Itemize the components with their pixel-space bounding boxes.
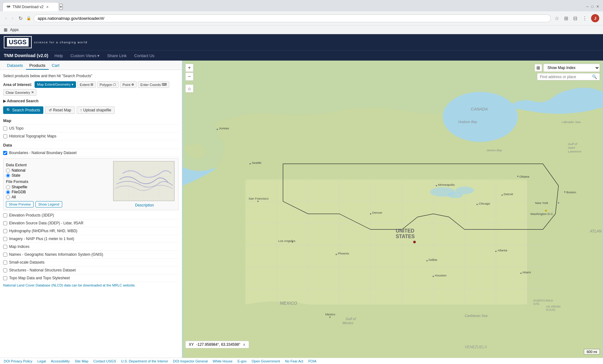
browser-tab-active[interactable]: 🗺 TNM Download v2 × bbox=[3, 2, 59, 11]
more-options-button[interactable]: ⋮ bbox=[581, 14, 589, 23]
description-link[interactable]: Description bbox=[113, 203, 176, 207]
polygon-btn[interactable]: Polygon ⬠ bbox=[97, 81, 119, 88]
nav-contact-us[interactable]: Contact Us bbox=[133, 51, 155, 61]
national-land-text[interactable]: National Land Cover Database (NLCD) data… bbox=[3, 282, 179, 288]
filegdb-radio[interactable] bbox=[6, 190, 10, 194]
xy-collapse-btn[interactable]: ∧ bbox=[243, 342, 246, 347]
hydrography-checkbox[interactable] bbox=[3, 229, 7, 233]
home-btn[interactable]: ⌂ bbox=[185, 84, 193, 93]
map-container[interactable]: CANADA Hudson Bay James Bay Labrador Sea… bbox=[182, 61, 603, 358]
window-maximize[interactable]: □ bbox=[591, 4, 594, 9]
footer-egov[interactable]: E-gov bbox=[237, 359, 247, 363]
svg-text:Juneau: Juneau bbox=[219, 126, 229, 130]
national-radio[interactable] bbox=[6, 169, 10, 173]
gnis-checkbox[interactable] bbox=[3, 253, 7, 257]
hydrography-label[interactable]: Hydrography (NHDPlus HR, NHD, WBD) bbox=[3, 229, 179, 233]
tab-products[interactable]: Products bbox=[26, 62, 48, 70]
nav-share-link[interactable]: Share Link bbox=[106, 51, 128, 61]
topo-map-checkbox[interactable] bbox=[3, 276, 7, 280]
national-radio-label[interactable]: National bbox=[6, 168, 111, 173]
small-scale-checkbox[interactable] bbox=[3, 260, 7, 265]
profile-avatar[interactable]: J bbox=[591, 14, 599, 22]
window-minimize[interactable]: ─ bbox=[586, 4, 589, 9]
zoom-out-btn[interactable]: − bbox=[185, 72, 193, 81]
footer-legal[interactable]: Legal bbox=[37, 359, 46, 363]
boundaries-label[interactable]: Boundaries - National Boundary Dataset bbox=[3, 151, 179, 155]
zoom-in-btn[interactable]: + bbox=[185, 64, 193, 72]
grid-toggle-btn[interactable]: ⊞ bbox=[535, 64, 542, 72]
elevation-3dep-checkbox[interactable] bbox=[3, 213, 7, 217]
footer-contact-usgs[interactable]: Contact USGS bbox=[93, 359, 116, 363]
map-extent-btn[interactable]: Map Extent/Geometry ▾ bbox=[35, 81, 76, 88]
historical-topo-checkbox[interactable] bbox=[3, 134, 7, 138]
nav-help[interactable]: Help bbox=[53, 51, 64, 61]
back-button[interactable]: ‹ bbox=[4, 14, 8, 22]
show-preview-btn[interactable]: Show Preview bbox=[6, 201, 34, 207]
extensions-button[interactable]: ⊟ bbox=[572, 14, 579, 23]
footer-accessibility[interactable]: Accessibility bbox=[51, 359, 70, 363]
shapefile-radio-label[interactable]: Shapefile bbox=[6, 185, 111, 189]
map-search-icon[interactable]: 🔍 bbox=[592, 74, 597, 79]
product-elevation-3dep: Elevation Products (3DEP) bbox=[3, 211, 179, 219]
topo-map-label[interactable]: Topo Map Data and Topo Stylesheet bbox=[3, 276, 179, 280]
all-radio[interactable] bbox=[6, 195, 10, 199]
point-btn[interactable]: Point ⊕ bbox=[120, 81, 137, 88]
reload-button[interactable]: ↻ bbox=[17, 14, 24, 23]
forward-button[interactable]: › bbox=[10, 14, 14, 22]
profile-menu-button[interactable]: ⊞ bbox=[563, 14, 569, 23]
small-scale-label[interactable]: Small-scale Datasets bbox=[3, 260, 179, 265]
footer-doi-privacy[interactable]: DOI Privacy Policy bbox=[4, 359, 32, 363]
footer-no-fear[interactable]: No Fear Act bbox=[285, 359, 303, 363]
clear-geometry-btn[interactable]: Clear Geometry ✕ bbox=[3, 89, 36, 96]
address-input[interactable] bbox=[34, 14, 551, 22]
elevation-3dep-label[interactable]: Elevation Products (3DEP) bbox=[3, 213, 179, 217]
tab-close-btn[interactable]: × bbox=[46, 4, 49, 9]
elevation-3dep-text: Elevation Products (3DEP) bbox=[9, 213, 54, 217]
structures-checkbox[interactable] bbox=[3, 268, 7, 272]
imagery-checkbox[interactable] bbox=[3, 237, 7, 241]
imagery-label[interactable]: Imagery - NAIP Plus (1 meter to 1 foot) bbox=[3, 237, 179, 241]
us-topo-label[interactable]: US Topo bbox=[3, 126, 179, 131]
window-close[interactable]: ✕ bbox=[596, 4, 599, 9]
footer-open-gov[interactable]: Open Government bbox=[252, 359, 280, 363]
enter-coords-btn[interactable]: Enter Coords ⌨ bbox=[138, 81, 169, 88]
state-radio[interactable] bbox=[6, 174, 10, 178]
show-index-select[interactable]: Show Map Index bbox=[543, 64, 600, 72]
boundaries-checkbox[interactable] bbox=[3, 151, 7, 155]
footer-site-map[interactable]: Site Map bbox=[75, 359, 88, 363]
nav-custom-views[interactable]: Custom Views ▾ bbox=[69, 51, 101, 61]
search-products-btn[interactable]: 🔍 Search Products bbox=[3, 106, 43, 114]
new-tab-button[interactable]: + bbox=[59, 4, 63, 10]
filegdb-radio-label[interactable]: FileGDB bbox=[6, 190, 111, 194]
national-land-link[interactable]: National Land Cover Database (NLCD) bbox=[3, 283, 63, 287]
footer-foia[interactable]: FOIA bbox=[308, 359, 317, 363]
elevation-source-checkbox[interactable] bbox=[3, 221, 7, 225]
show-legend-btn[interactable]: Show Legend bbox=[35, 201, 62, 207]
tab-cart[interactable]: Cart bbox=[49, 62, 63, 70]
footer-white-house[interactable]: White House bbox=[213, 359, 232, 363]
structures-label[interactable]: Structures - National Structures Dataset bbox=[3, 268, 179, 272]
map-search-input[interactable] bbox=[540, 75, 591, 79]
svg-text:PUERTO RICO: PUERTO RICO bbox=[534, 299, 553, 302]
tab-datasets[interactable]: Datasets bbox=[4, 62, 26, 70]
reset-map-btn[interactable]: ↺ Reset Map bbox=[45, 106, 75, 114]
svg-text:New York: New York bbox=[535, 201, 548, 205]
all-radio-label[interactable]: All bbox=[6, 195, 111, 199]
historical-topo-label[interactable]: Historical Topographic Maps bbox=[3, 134, 179, 138]
upload-shapefile-btn[interactable]: ↑ Upload shapefile bbox=[77, 106, 115, 114]
map-indices-label[interactable]: Map Indices bbox=[3, 244, 179, 249]
elevation-source-label[interactable]: Elevation Source Data (3DEP) - Lidar, If… bbox=[3, 221, 179, 225]
extent-icon: ⊞ bbox=[90, 83, 93, 87]
apps-bookmark[interactable]: Apps bbox=[10, 28, 19, 32]
gnis-label[interactable]: Names - Geographic Names Information Sys… bbox=[3, 252, 179, 257]
footer-doi-inspector[interactable]: DOI Inspector General bbox=[173, 359, 208, 363]
extent-btn[interactable]: Extent ⊞ bbox=[77, 81, 96, 88]
bookmark-button[interactable]: ☆ bbox=[553, 14, 560, 23]
us-topo-checkbox[interactable] bbox=[3, 126, 7, 131]
preview-image bbox=[113, 161, 175, 201]
shapefile-radio[interactable] bbox=[6, 185, 10, 189]
advanced-search-toggle[interactable]: ▶ Advanced Search bbox=[3, 98, 179, 104]
footer-doi[interactable]: U.S. Department of the Interior bbox=[121, 359, 168, 363]
map-indices-checkbox[interactable] bbox=[3, 245, 7, 249]
state-radio-label[interactable]: State bbox=[6, 173, 111, 178]
